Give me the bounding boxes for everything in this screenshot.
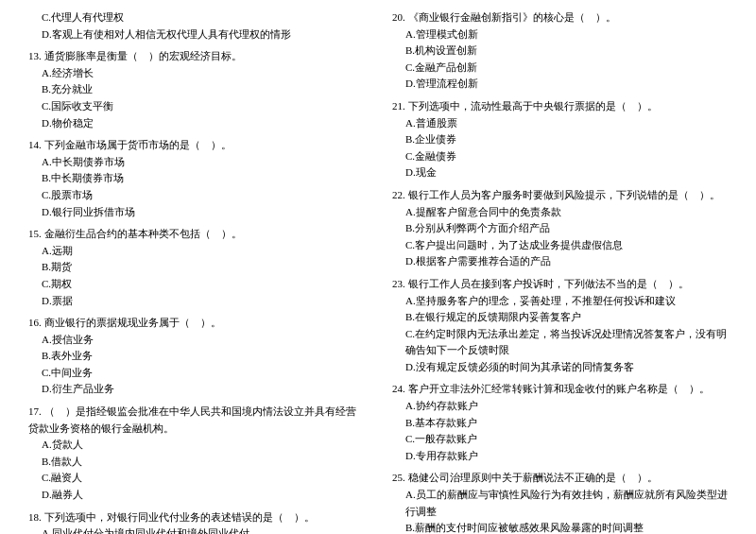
option-21-a: A.普通股票 [392,115,728,132]
option-16-c: C.中间业务 [28,365,364,382]
question-block-prev: C.代理人有代理权 D.客观上有使相对人相信无权代理人具有代理权的情形 [28,9,364,43]
option-15-d: D.票据 [28,293,364,310]
option-23-c: C.在约定时限内无法承出差定，将当投诉况处理情况答复客户，没有明确告知下一个反馈… [392,326,728,359]
option-22-a: A.提醒客户留意合同中的免责条款 [392,204,728,221]
option-17-c: C.融资人 [28,470,364,487]
option-24-c: C.一般存款账户 [392,431,728,448]
option-20-b: B.机构设置创新 [392,43,728,60]
question-title-17: 17. （ ）是指经银监会批准在中华人民共和国境内情法设立并具有经营贷款业务资格… [28,404,364,437]
question-block-25: 25. 稳健公司治理原则中关于薪酬说法不正确的是（ ）。 A.员工的薪酬应与审慎… [392,470,728,534]
option-22-b: B.分别从利弊两个方面介绍产品 [392,220,728,237]
question-title-16: 16. 商业银行的票据规现业务属于（ ）。 [28,315,364,332]
option-24-d: D.专用存款账户 [392,448,728,465]
option-21-b: B.企业债券 [392,131,728,148]
question-title-15: 15. 金融衍生品合约的基本种类不包括（ ）。 [28,226,364,243]
option-23-d: D.没有规定反馈必须的时间为其承诺的同情复务客 [392,359,728,376]
question-block-17: 17. （ ）是指经银监会批准在中华人民共和国境内情法设立并具有经营贷款业务资格… [28,404,364,504]
option-25-b: B.薪酬的支付时间应被敏感效果风险暴露的时间调整 [392,520,728,534]
question-title-25: 25. 稳健公司治理原则中关于薪酬说法不正确的是（ ）。 [392,470,728,487]
option-16-a: A.授信业务 [28,332,364,349]
question-block-22: 22. 银行工作人员为客户服务时要做到风险提示，下列说错的是（ ）。 A.提醒客… [392,187,728,270]
question-title-20: 20. 《商业银行金融创新指引》的核心是（ ）。 [392,9,728,26]
question-block-13: 13. 通货膨胀率是衡量（ ）的宏观经济目标。 A.经济增长 B.充分就业 C.… [28,48,364,131]
question-title-14: 14. 下列金融市场属于货币市场的是（ ）。 [28,137,364,154]
option-c-prev: C.代理人有代理权 [28,9,364,26]
option-17-a: A.贷款人 [28,437,364,454]
page-content: C.代理人有代理权 D.客观上有使相对人相信无权代理人具有代理权的情形 13. … [28,9,728,534]
option-23-b: B.在银行规定的反馈期限内妥善复客户 [392,309,728,326]
question-title-22: 22. 银行工作人员为客户服务时要做到风险提示，下列说错的是（ ）。 [392,187,728,204]
question-block-24: 24. 客户开立非法外汇经常转账计算和现金收付的账户名称是（ ）。 A.协约存款… [392,381,728,464]
option-13-a: A.经济增长 [28,65,364,82]
question-block-14: 14. 下列金融市场属于货币市场的是（ ）。 A.中长期债券市场 B.中长期债券… [28,137,364,220]
option-24-a: A.协约存款账户 [392,398,728,415]
option-22-c: C.客户提出问题时，为了达成业务提供虚假信息 [392,237,728,254]
question-block-15: 15. 金融衍生品合约的基本种类不包括（ ）。 A.远期 B.期货 C.期权 D… [28,226,364,309]
option-25-a: A.员工的薪酬应与审慎性风险行为有效挂钩，薪酬应就所有风险类型进行调整 [392,487,728,520]
question-block-18: 18. 下列选项中，对银行同业代付业务的表述错误的是（ ）。 A.同业代付分为境… [28,509,364,534]
option-14-c: C.股票市场 [28,187,364,204]
question-title-23: 23. 银行工作人员在接到客户投诉时，下列做法不当的是（ ）。 [392,276,728,293]
question-block-20: 20. 《商业银行金融创新指引》的核心是（ ）。 A.管理模式创新 B.机构设置… [392,9,728,93]
option-13-b: B.充分就业 [28,81,364,98]
option-13-d: D.物价稳定 [28,115,364,132]
option-13-c: C.国际收支平衡 [28,98,364,115]
question-title-24: 24. 客户开立非法外汇经常转账计算和现金收付的账户名称是（ ）。 [392,381,728,398]
question-title-13: 13. 通货膨胀率是衡量（ ）的宏观经济目标。 [28,48,364,65]
option-21-d: D.现金 [392,164,728,181]
option-d-prev: D.客观上有使相对人相信无权代理人具有代理权的情形 [28,26,364,43]
option-24-b: B.基本存款账户 [392,415,728,432]
option-20-d: D.管理流程创新 [392,76,728,93]
option-14-a: A.中长期债券市场 [28,154,364,171]
option-20-c: C.金融产品创新 [392,60,728,77]
option-17-b: B.借款人 [28,454,364,471]
question-block-21: 21. 下列选项中，流动性最高于中央银行票据的是（ ）。 A.普通股票 B.企业… [392,98,728,181]
question-title-21: 21. 下列选项中，流动性最高于中央银行票据的是（ ）。 [392,98,728,115]
option-15-b: B.期货 [28,259,364,276]
option-18-a: A.同业代付分为境内同业代付和境外同业代付 [28,525,364,534]
option-14-b: B.中长期债券市场 [28,170,364,187]
option-16-b: B.表外业务 [28,348,364,365]
option-15-a: A.远期 [28,243,364,260]
option-22-d: D.根据客户需要推荐合适的产品 [392,253,728,270]
option-23-a: A.坚持服务客户的理念，妥善处理，不推塑任何投诉和建议 [392,293,728,310]
question-block-16: 16. 商业银行的票据规现业务属于（ ）。 A.授信业务 B.表外业务 C.中间… [28,315,364,398]
question-title-18: 18. 下列选项中，对银行同业代付业务的表述错误的是（ ）。 [28,509,364,526]
option-17-d: D.融券人 [28,487,364,504]
option-16-d: D.衍生产品业务 [28,381,364,398]
option-14-d: D.银行同业拆借市场 [28,204,364,221]
question-block-23: 23. 银行工作人员在接到客户投诉时，下列做法不当的是（ ）。 A.坚持服务客户… [392,276,728,376]
option-15-c: C.期权 [28,276,364,293]
option-20-a: A.管理模式创新 [392,26,728,43]
option-21-c: C.金融债券 [392,148,728,165]
